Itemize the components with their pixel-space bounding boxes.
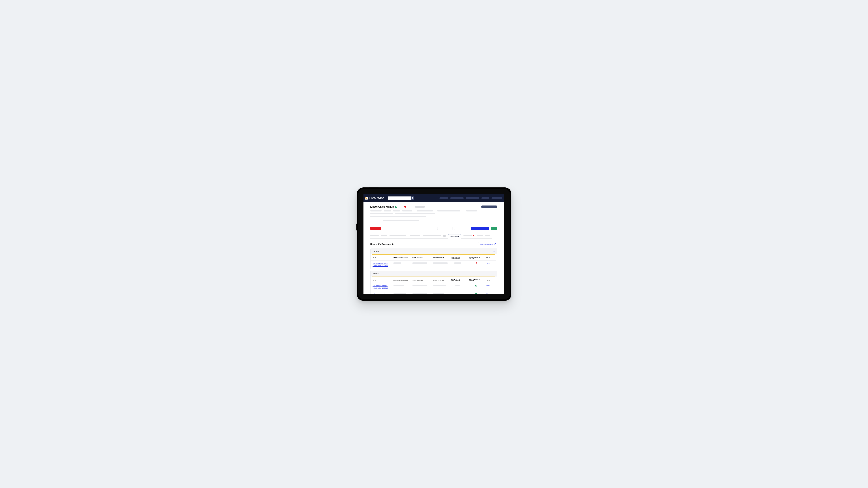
divider xyxy=(370,219,497,219)
skeleton xyxy=(394,293,406,294)
col-related: RELATED TO APPLICATION xyxy=(450,255,468,261)
view-all-label: View All Documents xyxy=(479,243,493,245)
app-screen: EnrollWise xyxy=(364,194,504,294)
skeleton xyxy=(393,210,400,212)
document-group-label: 2022-23 xyxy=(373,273,379,275)
skeleton xyxy=(454,262,461,264)
primary-action-button[interactable] xyxy=(481,205,497,208)
table-row: Application Receipt - 11th Grade - 2023-… xyxy=(371,260,496,269)
documents-table: TITLE ADMISSION PROCESS WHEN CREATED WHE… xyxy=(371,255,496,269)
col-view: VIEW xyxy=(485,255,496,261)
skeleton xyxy=(370,210,381,212)
documents-section-head: Student's Documents View All Documents xyxy=(370,242,497,246)
skeleton xyxy=(466,210,477,212)
col-when-updated: WHEN UPDATED xyxy=(432,277,450,283)
tab-item[interactable] xyxy=(381,235,387,236)
skeleton xyxy=(412,285,427,286)
inactive-badge-icon xyxy=(475,262,477,264)
action-row xyxy=(370,227,497,230)
view-all-documents-button[interactable]: View All Documents xyxy=(478,242,497,246)
secondary-button[interactable] xyxy=(454,227,469,230)
document-group-header[interactable]: 2022-23 xyxy=(371,271,497,276)
skeleton xyxy=(433,285,446,286)
skeleton xyxy=(402,210,412,212)
col-when-created: WHEN CREATED xyxy=(411,277,432,283)
col-active: APPLICATION IS ACTIVE xyxy=(468,255,485,261)
nav-item[interactable] xyxy=(482,197,489,199)
primary-button[interactable] xyxy=(471,227,489,230)
chevron-up-icon xyxy=(493,251,495,253)
skeleton xyxy=(412,262,427,264)
external-link-icon xyxy=(494,243,496,245)
document-group: 2023-24 TITLE ADMISSION PROCESS xyxy=(370,249,497,269)
nav-item[interactable] xyxy=(492,197,502,199)
secondary-button[interactable] xyxy=(437,227,453,230)
skeleton xyxy=(433,293,444,294)
skeleton xyxy=(383,220,419,221)
col-when-updated: WHEN UPDATED xyxy=(431,255,450,261)
logo[interactable]: EnrollWise xyxy=(365,196,384,200)
tab-item[interactable] xyxy=(390,235,406,236)
topnav xyxy=(439,197,502,199)
col-active: APPLICATION IS ACTIVE xyxy=(468,277,485,283)
tablet-frame: EnrollWise xyxy=(357,188,512,301)
document-group-body: TITLE ADMISSION PROCESS WHEN CREATED WHE… xyxy=(371,276,497,294)
nav-item[interactable] xyxy=(466,197,479,199)
document-title-link[interactable]: Offer Letter - 10th Grade - Somers High xyxy=(373,293,389,294)
col-when-created: WHEN CREATED xyxy=(411,255,432,261)
view-document-link[interactable]: View xyxy=(487,262,490,264)
documents-table: TITLE ADMISSION PROCESS WHEN CREATED WHE… xyxy=(371,277,496,294)
confirm-button[interactable] xyxy=(491,227,497,230)
documents-section-title: Student's Documents xyxy=(370,243,394,246)
skeleton xyxy=(370,213,393,214)
active-badge-icon xyxy=(475,285,477,287)
tab-item-with-alert[interactable] xyxy=(463,235,474,236)
skeleton xyxy=(437,210,460,212)
col-view: VIEW xyxy=(485,277,496,283)
nav-item[interactable] xyxy=(450,197,464,199)
skeleton xyxy=(455,285,460,286)
document-title-link[interactable]: Application Receipt - 11th Grade - 2023-… xyxy=(373,262,389,267)
view-document-link[interactable]: View xyxy=(487,293,490,294)
skeleton-row xyxy=(370,213,497,214)
nav-item[interactable] xyxy=(439,197,448,199)
tab-item[interactable] xyxy=(423,235,441,236)
table-row: Application Receipt - 10th Grade - 2022-… xyxy=(371,283,496,291)
skeleton-row xyxy=(370,220,497,221)
tab-item[interactable] xyxy=(485,235,490,236)
tab-item[interactable] xyxy=(443,235,445,237)
document-group-label: 2023-24 xyxy=(373,251,379,253)
col-admission-process: ADMISSION PROCESS xyxy=(392,255,411,261)
svg-point-1 xyxy=(412,198,413,198)
table-row: Offer Letter - 10th Grade - Somers High xyxy=(371,291,496,294)
search-button[interactable] xyxy=(411,196,414,200)
logo-text: EnrollWise xyxy=(369,196,384,200)
topbar: EnrollWise xyxy=(364,194,504,202)
document-title-link[interactable]: Application Receipt - 10th Grade - 2022-… xyxy=(373,285,389,289)
skeleton xyxy=(395,213,435,214)
skeleton xyxy=(433,262,448,264)
content: [2969] Caleb Malius xyxy=(364,202,504,294)
tab-item[interactable] xyxy=(370,235,379,236)
search-icon xyxy=(412,196,413,200)
view-document-link[interactable]: View xyxy=(487,285,490,286)
skeleton-row xyxy=(370,216,497,217)
skeleton xyxy=(412,293,427,294)
status-badge-alert xyxy=(404,206,406,208)
tabs: Documents xyxy=(370,234,492,238)
search xyxy=(388,196,414,200)
delete-button[interactable] xyxy=(370,227,381,230)
tab-documents[interactable]: Documents xyxy=(448,234,461,238)
logo-icon xyxy=(365,197,368,199)
active-badge-icon xyxy=(475,293,477,294)
tab-item[interactable] xyxy=(477,235,483,236)
col-title: TITLE xyxy=(371,277,392,283)
student-title: [2969] Caleb Malius xyxy=(370,205,394,208)
student-header: [2969] Caleb Malius xyxy=(370,205,497,208)
document-group: 2022-23 TITLE ADMISSION PROCESS xyxy=(370,271,497,294)
skeleton-row xyxy=(370,210,497,212)
tab-item[interactable] xyxy=(410,235,420,236)
document-group-header[interactable]: 2023-24 xyxy=(371,249,497,254)
search-input[interactable] xyxy=(388,196,411,200)
document-group-body: TITLE ADMISSION PROCESS WHEN CREATED WHE… xyxy=(371,254,497,269)
